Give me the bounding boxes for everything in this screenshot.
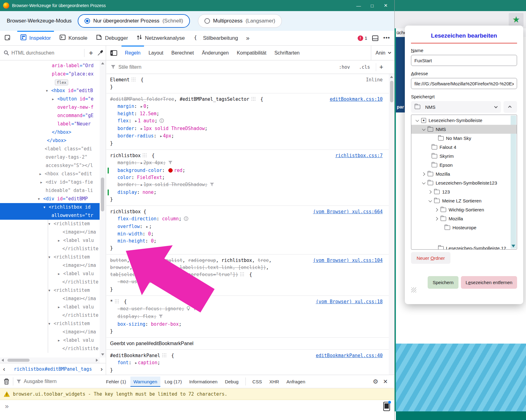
subtab-layout[interactable]: Layout [145,46,167,60]
overridden-filter-icon[interactable] [168,160,173,167]
rule-handle-icon[interactable] [143,153,147,157]
tree-node[interactable]: aria-label="Ord [0,62,100,70]
tree-item-meine-lz-sortieren[interactable]: Meine LZ Sortieren [411,196,517,205]
console-filter-input[interactable]: Ausgabe filtern [24,379,57,384]
tab-konsole[interactable]: Konsole [55,31,92,45]
tree-node[interactable]: <image></ima [0,328,100,336]
console-filter-css[interactable]: CSS [249,377,265,387]
stylesheet-link[interactable]: (vom Browser) xul.css:664 [313,209,383,214]
rule-handle-icon[interactable] [132,78,136,82]
rule-property[interactable]: border-radius: ▶4px; [106,133,389,140]
twisty-expanded-icon[interactable]: ▼ [48,220,50,228]
tree-node[interactable]: hideable" data-li [0,186,100,195]
location-dropdown[interactable]: NMS [411,101,501,113]
expander-icon[interactable]: ▶ [159,133,163,140]
new-folder-button[interactable]: Neuer Ordner [411,252,450,264]
tree-node[interactable]: overlay-tags-2" [0,153,100,161]
remove-bookmark-button[interactable]: Lesezeichen entfernen [461,276,517,289]
expander-closed-icon[interactable] [422,173,425,175]
expander-open-icon[interactable] [416,119,419,122]
twisty-collapsed-icon[interactable]: ▶ [58,303,60,311]
console-filter-informationen[interactable]: Informationen [186,377,221,387]
tab-netzwerkanalyse[interactable]: Netzwerkanalyse [132,31,189,45]
responsive-mode-icon[interactable] [383,402,390,411]
rule-source-link[interactable]: (vom Browser) xul.css:104 [313,257,383,264]
tree-node[interactable]: <image></ima [0,228,100,236]
expander-icon[interactable]: ▶ [140,181,143,188]
rule-source-link[interactable]: editBookmarkPanel.css:40 [316,352,383,359]
inactive-bulb-icon[interactable] [187,306,190,313]
rule-selector-line[interactable]: Element { [106,76,389,84]
rule-source-link[interactable]: richlistbox.css:7 [335,152,383,159]
rules-vertical-scrollbar[interactable] [389,74,394,375]
overridden-filter-icon[interactable] [210,182,214,189]
console-input-row[interactable]: » [0,400,394,413]
twisty-collapsed-icon[interactable]: ▶ [40,178,42,186]
pick-element-button[interactable] [0,31,16,45]
scroll-left-arrow[interactable] [2,359,4,362]
bookmark-star-button[interactable]: ★ [509,13,524,27]
expander-icon[interactable]: ▶ [134,117,138,124]
console-filter-anfragen[interactable]: Anfragen [283,377,308,387]
pseudo-class-toggle[interactable]: :hov [336,64,353,70]
expander-open-icon[interactable] [429,200,432,202]
console-filter-log-17-[interactable]: Log (17) [162,377,185,387]
scroll-down-arrow[interactable] [101,353,104,356]
gear-icon[interactable]: ⚙ [373,378,378,385]
subtab-änderungen[interactable]: Änderungen [198,46,233,60]
tree-node[interactable]: ▶<button id="e [0,95,100,103]
mode-option-1[interactable]: Nur übergeordneter Prozess (Schnell) [78,14,190,28]
tree-item-no-man-sky[interactable]: No Man Sky [411,134,517,143]
twisty-expanded-icon[interactable]: ▼ [43,203,45,211]
tree-node[interactable]: </richlistite [0,345,100,353]
console-filter-xhr[interactable]: XHR [266,377,282,387]
sidebar-toggle-icon[interactable] [106,46,121,60]
scroll-up-arrow[interactable] [101,62,104,64]
more-tabs-button[interactable]: » [242,31,253,45]
tree-node[interactable]: flex [0,78,100,87]
breadcrumb-back-icon[interactable]: ‹ [0,365,8,373]
add-node-button[interactable]: + [87,49,95,57]
style-filter-input[interactable]: Stile filtern [118,64,333,70]
twisty-collapsed-icon[interactable]: ▶ [52,95,54,103]
rule-property[interactable]: flex: ▶1 auto; [106,117,389,125]
tree-node[interactable]: place="place:ex [0,70,100,78]
expander-closed-icon[interactable] [429,191,432,193]
tree-node[interactable]: </richlistite [0,245,100,253]
minimize-button[interactable]: — [352,0,365,11]
overridden-filter-icon[interactable] [158,314,163,321]
rule-property[interactable]: display: none; [106,189,389,196]
split-console-icon[interactable] [372,35,378,41]
rule-source-link[interactable]: (vom Browser) xul.css:18 [316,298,383,305]
tree-node[interactable]: allowevents="tr [0,211,100,220]
expander-icon[interactable]: ▶ [140,125,143,132]
rule-property[interactable]: font: ▶caption; [106,359,389,367]
tree-node[interactable]: <label class="edi [0,145,100,153]
markup-search[interactable]: HTML durchsuchen + [0,46,106,60]
rule-property[interactable]: min-height: 0; [106,238,389,245]
save-button[interactable]: Speichern [428,276,458,289]
tree-node[interactable]: ▶<label valu [0,236,100,245]
rule-source-link[interactable]: editBookmark.css:10 [330,96,383,103]
folder-tree[interactable]: ★Lesezeichen-SymbolleisteNMSNo Man SkyFa… [411,115,517,250]
stylesheet-link[interactable]: richlistbox.css:7 [335,153,383,158]
info-icon[interactable] [159,118,164,125]
color-swatch[interactable] [168,168,173,173]
expander-closed-icon[interactable] [435,218,438,220]
stylesheet-link[interactable]: (vom Browser) xul.css:18 [316,299,383,304]
maximize-button[interactable]: □ [365,0,379,11]
expander-icon[interactable]: ▶ [145,223,149,230]
mode-option-2[interactable]: Multiprozess (Langsamer) [198,14,282,28]
expander-open-icon[interactable] [422,128,425,131]
stylesheet-link[interactable]: editBookmark.css:10 [330,96,383,102]
rule-property[interactable]: box-sizing: border-box; [106,321,389,328]
tree-node[interactable]: ▶<label valu [0,336,100,345]
close-button[interactable]: ✕ [379,0,392,11]
tree-node[interactable]: </richlistite [0,311,100,320]
rules-list[interactable]: Element {Inline}#editBMPanel_folderTree,… [106,74,389,375]
tree-node[interactable]: label="Neuer [0,120,100,128]
tree-item-mozilla[interactable]: Mozilla [411,214,517,223]
rule-handle-icon[interactable] [162,353,166,357]
expander-icon[interactable]: ▶ [134,359,138,366]
tree-item-falout-4[interactable]: Falout 4 [411,143,517,152]
